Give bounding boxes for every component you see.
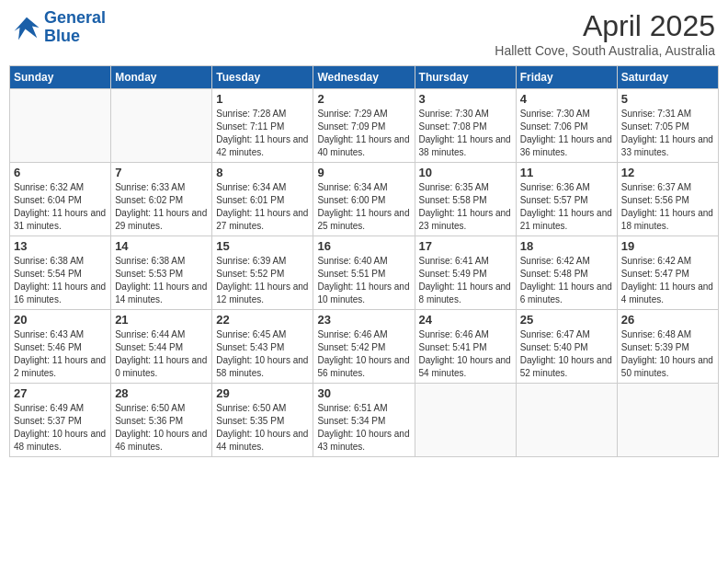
sunset-text: Sunset: 5:52 PM (216, 269, 284, 279)
day-number: 15 (216, 239, 309, 253)
logo: General Blue (13, 9, 106, 46)
sunrise-text: Sunrise: 7:30 AM (520, 109, 590, 119)
calendar-week-row: 13 Sunrise: 6:38 AM Sunset: 5:54 PM Dayl… (10, 236, 719, 310)
calendar-cell: 20 Sunrise: 6:43 AM Sunset: 5:46 PM Dayl… (10, 310, 111, 384)
sunset-text: Sunset: 5:43 PM (216, 342, 284, 352)
day-number: 3 (419, 92, 512, 106)
day-number: 5 (621, 92, 714, 106)
sunrise-text: Sunrise: 6:34 AM (216, 182, 286, 192)
day-number: 14 (115, 239, 208, 253)
cell-details: Sunrise: 6:38 AM Sunset: 5:54 PM Dayligh… (14, 255, 107, 306)
cell-details: Sunrise: 6:34 AM Sunset: 6:01 PM Dayligh… (216, 181, 309, 233)
sunset-text: Sunset: 5:57 PM (520, 195, 588, 205)
cell-details: Sunrise: 6:51 AM Sunset: 5:34 PM Dayligh… (317, 402, 410, 454)
sunrise-text: Sunrise: 7:30 AM (419, 109, 489, 119)
sunrise-text: Sunrise: 6:37 AM (621, 182, 691, 192)
cell-details: Sunrise: 6:35 AM Sunset: 5:58 PM Dayligh… (419, 181, 512, 233)
daylight-text: Daylight: 10 hours and 50 minutes. (621, 355, 713, 378)
sunrise-text: Sunrise: 6:32 AM (14, 182, 84, 192)
day-number: 6 (14, 166, 107, 179)
daylight-text: Daylight: 11 hours and 14 minutes. (115, 282, 207, 304)
sunset-text: Sunset: 5:35 PM (216, 416, 284, 426)
calendar-week-row: 27 Sunrise: 6:49 AM Sunset: 5:37 PM Dayl… (10, 384, 719, 457)
calendar-cell: 23 Sunrise: 6:46 AM Sunset: 5:42 PM Dayl… (313, 310, 415, 384)
weekday-header: Monday (111, 66, 212, 89)
sunrise-text: Sunrise: 6:44 AM (115, 329, 185, 339)
cell-details: Sunrise: 6:38 AM Sunset: 5:53 PM Dayligh… (115, 255, 208, 306)
cell-details: Sunrise: 6:49 AM Sunset: 5:37 PM Dayligh… (14, 402, 107, 454)
day-number: 28 (115, 386, 208, 400)
cell-details: Sunrise: 6:34 AM Sunset: 6:00 PM Dayligh… (317, 181, 410, 233)
sunset-text: Sunset: 6:02 PM (115, 195, 183, 205)
cell-details: Sunrise: 6:46 AM Sunset: 5:42 PM Dayligh… (317, 328, 410, 380)
calendar-cell: 14 Sunrise: 6:38 AM Sunset: 5:53 PM Dayl… (111, 236, 212, 310)
calendar-cell: 13 Sunrise: 6:38 AM Sunset: 5:54 PM Dayl… (10, 236, 111, 310)
daylight-text: Daylight: 11 hours and 0 minutes. (115, 355, 207, 378)
cell-details: Sunrise: 7:29 AM Sunset: 7:09 PM Dayligh… (317, 108, 410, 159)
calendar-week-row: 1 Sunrise: 7:28 AM Sunset: 7:11 PM Dayli… (10, 89, 719, 163)
sunset-text: Sunset: 5:54 PM (14, 269, 82, 279)
cell-details: Sunrise: 6:47 AM Sunset: 5:40 PM Dayligh… (520, 328, 613, 380)
sunrise-text: Sunrise: 6:51 AM (317, 403, 387, 413)
sunrise-text: Sunrise: 6:38 AM (115, 256, 185, 266)
sunrise-text: Sunrise: 6:45 AM (216, 329, 286, 339)
day-number: 22 (216, 313, 309, 327)
logo-text: General Blue (44, 9, 106, 46)
day-number: 25 (520, 313, 613, 327)
sunrise-text: Sunrise: 6:49 AM (14, 403, 84, 413)
day-number: 18 (520, 239, 613, 253)
sunset-text: Sunset: 5:48 PM (520, 269, 588, 279)
calendar-cell: 6 Sunrise: 6:32 AM Sunset: 6:04 PM Dayli… (10, 163, 111, 236)
weekday-header: Wednesday (313, 66, 415, 89)
daylight-text: Daylight: 11 hours and 23 minutes. (419, 208, 511, 231)
calendar-cell: 29 Sunrise: 6:50 AM Sunset: 5:35 PM Dayl… (212, 384, 313, 457)
cell-details: Sunrise: 6:42 AM Sunset: 5:47 PM Dayligh… (621, 255, 714, 306)
sunset-text: Sunset: 7:09 PM (317, 121, 385, 132)
daylight-text: Daylight: 10 hours and 44 minutes. (216, 429, 308, 452)
day-number: 11 (520, 166, 613, 179)
calendar-cell: 16 Sunrise: 6:40 AM Sunset: 5:51 PM Dayl… (313, 236, 415, 310)
day-number: 27 (14, 386, 107, 400)
daylight-text: Daylight: 10 hours and 56 minutes. (317, 355, 409, 378)
sunset-text: Sunset: 6:04 PM (14, 195, 82, 205)
daylight-text: Daylight: 11 hours and 18 minutes. (621, 208, 713, 231)
daylight-text: Daylight: 11 hours and 16 minutes. (14, 282, 106, 304)
sunset-text: Sunset: 6:01 PM (216, 195, 284, 205)
sunrise-text: Sunrise: 6:46 AM (317, 329, 387, 339)
calendar-cell: 8 Sunrise: 6:34 AM Sunset: 6:01 PM Dayli… (212, 163, 313, 236)
sunrise-text: Sunrise: 6:42 AM (520, 256, 590, 266)
weekday-header: Saturday (617, 66, 718, 89)
calendar-cell: 10 Sunrise: 6:35 AM Sunset: 5:58 PM Dayl… (415, 163, 516, 236)
month-title: April 2025 (495, 9, 715, 43)
sunset-text: Sunset: 5:40 PM (520, 342, 588, 352)
calendar-cell: 4 Sunrise: 7:30 AM Sunset: 7:06 PM Dayli… (516, 89, 617, 163)
cell-details: Sunrise: 7:28 AM Sunset: 7:11 PM Dayligh… (216, 108, 309, 159)
calendar-week-row: 6 Sunrise: 6:32 AM Sunset: 6:04 PM Dayli… (10, 163, 719, 236)
calendar-cell: 1 Sunrise: 7:28 AM Sunset: 7:11 PM Dayli… (212, 89, 313, 163)
calendar-cell: 3 Sunrise: 7:30 AM Sunset: 7:08 PM Dayli… (415, 89, 516, 163)
weekday-header: Friday (516, 66, 617, 89)
calendar-cell: 25 Sunrise: 6:47 AM Sunset: 5:40 PM Dayl… (516, 310, 617, 384)
cell-details: Sunrise: 6:42 AM Sunset: 5:48 PM Dayligh… (520, 255, 613, 306)
cell-details: Sunrise: 7:31 AM Sunset: 7:05 PM Dayligh… (621, 108, 714, 159)
weekday-header-row: SundayMondayTuesdayWednesdayThursdayFrid… (10, 66, 719, 89)
day-number: 4 (520, 92, 613, 106)
sunset-text: Sunset: 5:39 PM (621, 342, 689, 352)
page-header: General Blue April 2025 Hallett Cove, So… (9, 9, 719, 58)
day-number: 10 (419, 166, 512, 179)
day-number: 1 (216, 92, 309, 106)
calendar-cell (516, 384, 617, 457)
cell-details: Sunrise: 6:39 AM Sunset: 5:52 PM Dayligh… (216, 255, 309, 306)
daylight-text: Daylight: 11 hours and 31 minutes. (14, 208, 106, 231)
cell-details: Sunrise: 6:50 AM Sunset: 5:35 PM Dayligh… (216, 402, 309, 454)
daylight-text: Daylight: 11 hours and 33 minutes. (621, 134, 713, 157)
sunset-text: Sunset: 5:47 PM (621, 269, 689, 279)
calendar-table: SundayMondayTuesdayWednesdayThursdayFrid… (9, 65, 719, 457)
sunset-text: Sunset: 7:08 PM (419, 121, 487, 132)
sunrise-text: Sunrise: 6:41 AM (419, 256, 489, 266)
calendar-cell (111, 89, 212, 163)
weekday-header: Thursday (415, 66, 516, 89)
cell-details: Sunrise: 6:50 AM Sunset: 5:36 PM Dayligh… (115, 402, 208, 454)
sunset-text: Sunset: 5:41 PM (419, 342, 487, 352)
sunrise-text: Sunrise: 7:31 AM (621, 109, 691, 119)
